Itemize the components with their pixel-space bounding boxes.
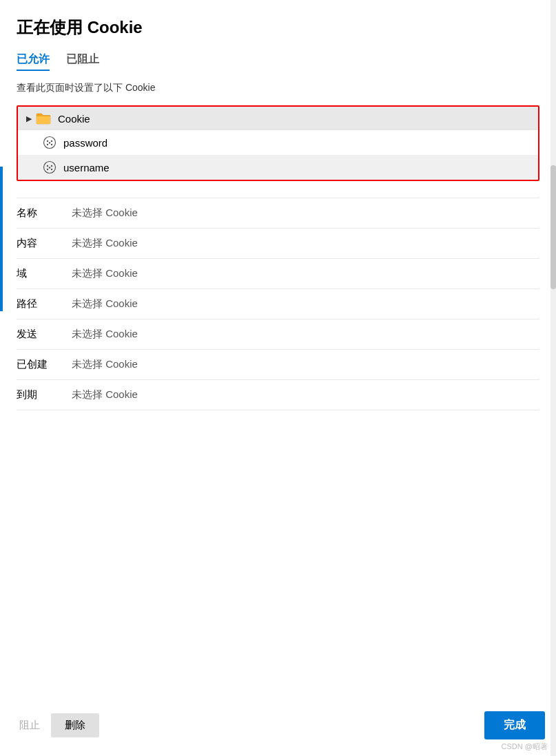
svg-point-8 [51,165,52,167]
detail-label-content: 内容 [17,237,72,250]
folder-label: Cookie [58,113,90,125]
detail-value-content: 未选择 Cookie [72,237,138,250]
done-button[interactable]: 完成 [484,711,545,739]
scrollbar-thumb[interactable] [550,165,556,289]
detail-label-created: 已创建 [17,358,72,371]
watermark: CSDN @昭著 [502,742,548,752]
detail-row-domain: 域 未选择 Cookie [17,259,539,289]
detail-value-path: 未选择 Cookie [72,297,138,311]
cookie-label-username: username [63,162,110,174]
detail-label-domain: 域 [17,267,72,280]
cookie-icon-username [43,160,56,174]
svg-point-4 [51,144,52,145]
detail-label-expires: 到期 [17,388,72,401]
detail-value-name: 未选择 Cookie [72,207,138,220]
cookie-tree: ▶ Cookie pass [17,105,539,181]
cookie-label-password: password [63,137,107,149]
tab-allowed[interactable]: 已允许 [17,52,50,71]
left-buttons: 阻止 删除 [17,713,99,737]
detail-label-name: 名称 [17,207,72,220]
detail-row-name: 名称 未选择 Cookie [17,198,539,229]
svg-point-3 [47,144,48,145]
detail-row-path: 路径 未选择 Cookie [17,289,539,319]
tree-item-password[interactable]: password [18,130,538,155]
svg-point-2 [51,140,52,142]
svg-point-1 [47,140,48,142]
detail-value-domain: 未选择 Cookie [72,267,138,280]
detail-row-send: 发送 未选择 Cookie [17,319,539,350]
blue-accent-bar [0,167,3,311]
details-table: 名称 未选择 Cookie 内容 未选择 Cookie 域 未选择 Cookie… [17,198,539,410]
detail-row-content: 内容 未选择 Cookie [17,229,539,259]
svg-point-7 [47,165,48,167]
tree-item-username[interactable]: username [18,155,538,180]
chevron-icon: ▶ [26,114,32,123]
svg-point-11 [49,167,50,168]
block-button[interactable]: 阻止 [17,713,43,737]
tab-blocked[interactable]: 已阻止 [66,52,99,71]
folder-icon [36,112,51,125]
bottom-bar: 阻止 删除 完成 [17,711,545,739]
svg-point-10 [51,169,52,170]
detail-label-send: 发送 [17,328,72,341]
page-container: 正在使用 Cookie 已允许 已阻止 查看此页面时设置了以下 Cookie ▶… [0,0,556,756]
detail-value-created: 未选择 Cookie [72,358,138,371]
detail-row-expires: 到期 未选择 Cookie [17,380,539,410]
detail-value-send: 未选择 Cookie [72,328,138,341]
svg-point-5 [49,142,50,143]
page-title: 正在使用 Cookie [17,17,539,39]
cookie-icon-password [43,136,56,149]
detail-row-created: 已创建 未选择 Cookie [17,350,539,380]
detail-label-path: 路径 [17,297,72,311]
scrollbar[interactable] [550,0,556,756]
subtitle-text: 查看此页面时设置了以下 Cookie [17,82,539,94]
tree-folder-row[interactable]: ▶ Cookie [18,107,538,130]
tabs-bar: 已允许 已阻止 [17,52,539,71]
delete-button[interactable]: 删除 [51,713,99,737]
svg-point-9 [47,169,48,170]
detail-value-expires: 未选择 Cookie [72,388,138,401]
